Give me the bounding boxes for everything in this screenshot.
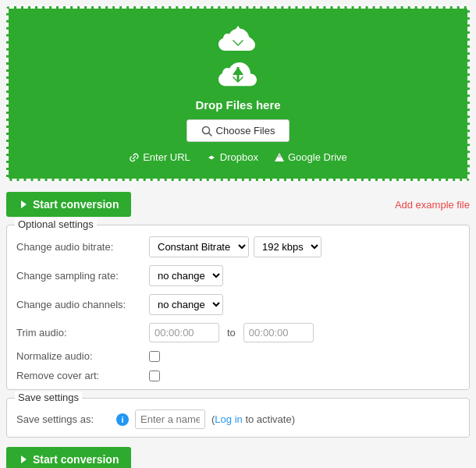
channels-label: Change audio channels: bbox=[16, 299, 149, 310]
remove-cover-row: Remove cover art: bbox=[16, 370, 460, 381]
trim-label: Trim audio: bbox=[16, 327, 149, 339]
svg-line-7 bbox=[208, 133, 211, 136]
login-link[interactable]: Log in bbox=[215, 413, 242, 425]
bottom-start-conversion-button[interactable]: Start conversion bbox=[6, 447, 131, 468]
dropbox-link[interactable]: Dropbox bbox=[206, 151, 258, 163]
sampling-controls: no change 8000 Hz 11025 Hz 16000 Hz 2205… bbox=[149, 265, 223, 286]
google-drive-link[interactable]: Google Drive bbox=[274, 151, 347, 163]
remove-cover-label: Remove cover art: bbox=[16, 370, 149, 381]
svg-marker-11 bbox=[21, 200, 27, 208]
channels-controls: no change mono stereo bbox=[149, 294, 223, 315]
enter-url-link[interactable]: Enter URL bbox=[129, 151, 190, 163]
drop-zone[interactable]: Drop Files here Choose Files Enter URL D… bbox=[6, 6, 470, 181]
optional-settings-panel: Optional settings Change audio bitrate: … bbox=[6, 225, 470, 390]
normalize-label: Normalize audio: bbox=[16, 350, 149, 362]
save-name-input[interactable] bbox=[135, 410, 205, 429]
trim-to-label: to bbox=[227, 327, 236, 339]
chevron-right-icon bbox=[19, 200, 28, 209]
trim-end-input[interactable] bbox=[243, 323, 314, 342]
trim-controls: to bbox=[149, 323, 314, 342]
sampling-label: Change sampling rate: bbox=[16, 270, 149, 282]
drive-icon bbox=[274, 152, 285, 163]
save-settings-panel: Save settings Save settings as: i (Log i… bbox=[6, 398, 470, 438]
dropbox-icon bbox=[206, 152, 217, 163]
bottom-toolbar: Start conversion bbox=[0, 441, 476, 468]
top-start-conversion-button[interactable]: Start conversion bbox=[6, 192, 131, 217]
svg-marker-10 bbox=[277, 153, 282, 158]
drop-text: Drop Files here bbox=[24, 98, 452, 112]
normalize-row: Normalize audio: bbox=[16, 350, 460, 362]
svg-marker-12 bbox=[21, 456, 27, 463]
normalize-checkbox[interactable] bbox=[149, 351, 160, 362]
login-text: (Log in to activate) bbox=[211, 413, 295, 425]
top-toolbar: Start conversion Add example file bbox=[0, 187, 476, 222]
save-as-label: Save settings as: bbox=[16, 413, 110, 425]
bitrate-controls: Constant Bitrate Variable Bitrate 192 kb… bbox=[149, 236, 321, 257]
upload-icon bbox=[218, 24, 258, 94]
link-icon bbox=[129, 152, 140, 163]
svg-marker-8 bbox=[208, 154, 215, 161]
bitrate-row: Change audio bitrate: Constant Bitrate V… bbox=[16, 236, 460, 257]
remove-cover-controls bbox=[149, 370, 160, 381]
save-row: Save settings as: i (Log in to activate) bbox=[16, 410, 460, 429]
channels-row: Change audio channels: no change mono st… bbox=[16, 294, 460, 315]
channels-select[interactable]: no change mono stereo bbox=[149, 294, 223, 315]
sampling-select[interactable]: no change 8000 Hz 11025 Hz 16000 Hz 2205… bbox=[149, 265, 223, 286]
trim-start-input[interactable] bbox=[149, 323, 219, 342]
search-icon bbox=[201, 126, 212, 136]
trim-row: Trim audio: to bbox=[16, 323, 460, 342]
info-icon[interactable]: i bbox=[116, 413, 129, 426]
add-example-link[interactable]: Add example file bbox=[395, 199, 470, 211]
chevron-right-icon-bottom bbox=[19, 455, 28, 464]
bitrate-type-select[interactable]: Constant Bitrate Variable Bitrate bbox=[149, 236, 249, 257]
sampling-row: Change sampling rate: no change 8000 Hz … bbox=[16, 265, 460, 286]
remove-cover-checkbox[interactable] bbox=[149, 370, 160, 381]
bitrate-rate-select[interactable]: 192 kbps 128 kbps 256 kbps 320 kbps bbox=[254, 236, 321, 257]
save-settings-title: Save settings bbox=[15, 392, 82, 403]
optional-settings-title: Optional settings bbox=[15, 218, 97, 230]
normalize-controls bbox=[149, 351, 160, 362]
bitrate-label: Change audio bitrate: bbox=[16, 241, 149, 253]
choose-files-button[interactable]: Choose Files bbox=[186, 119, 290, 142]
drop-links: Enter URL Dropbox Google Drive bbox=[24, 151, 452, 163]
